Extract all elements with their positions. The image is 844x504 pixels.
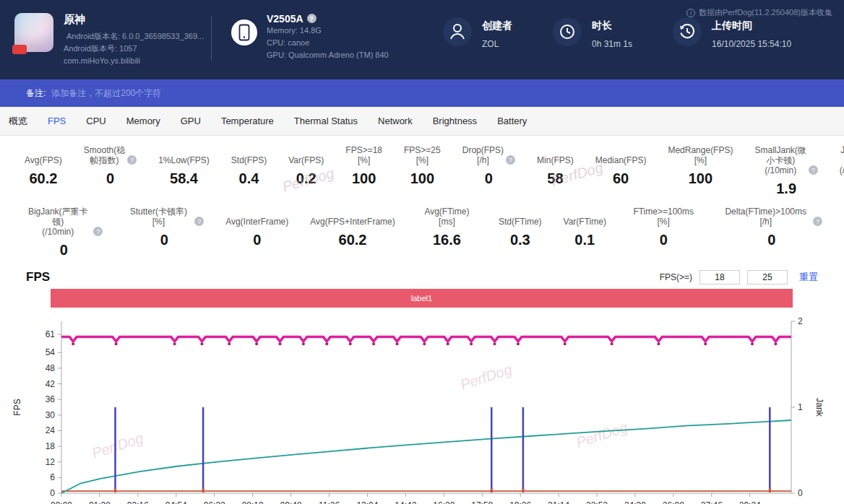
tab-cpu[interactable]: CPU	[86, 116, 106, 126]
metric-label: Drop(FPS) [/h]	[462, 145, 504, 165]
metric-value: 0.4	[231, 170, 267, 187]
remark-label: 备注:	[26, 87, 46, 100]
tab-memory[interactable]: Memory	[126, 116, 160, 126]
creator-group: 创建者 ZOL	[443, 13, 512, 49]
svg-text:06:32: 06:32	[204, 500, 225, 504]
svg-text:00:00: 00:00	[51, 500, 72, 504]
metric: Delta(FTime)>100ms [/h]0	[721, 207, 823, 258]
phone-icon	[231, 19, 258, 61]
app-icon	[14, 13, 53, 52]
app-package: com.miHoYo.ys.bilibili	[64, 55, 201, 67]
info-icon[interactable]	[194, 217, 204, 226]
metric: BigJank(严重卡顿) (/10min)0	[25, 207, 103, 258]
metric-value: 60.2	[25, 170, 62, 187]
svg-text:22:52: 22:52	[586, 500, 608, 504]
app-info: 原神 Android版本名: 6.0.0_36598533_369... And…	[64, 13, 201, 67]
metric-label: Smooth(稳帧指数)	[84, 145, 125, 165]
creator-label: 创建者	[482, 19, 512, 32]
metric: Std(FPS)0.4	[231, 145, 267, 197]
metric-label: FPS>=18 [%]	[345, 145, 382, 165]
metric-label: SmallJank(微小卡顿) (/10min)	[754, 145, 806, 175]
metric-value: 100	[668, 170, 733, 187]
app-version-code: Android版本号: 1057	[64, 43, 201, 55]
fps-threshold-input-2[interactable]	[747, 270, 788, 284]
upload-label: 上传时间	[712, 19, 791, 32]
info-icon[interactable]	[809, 165, 818, 175]
reset-link[interactable]: 重置	[799, 271, 818, 284]
metric-label: FTime>=100ms [%]	[628, 207, 699, 227]
svg-text:2: 2	[798, 316, 803, 326]
metric: Drop(FPS) [/h]0	[462, 145, 515, 197]
tab-brightness[interactable]: Brightness	[433, 116, 477, 126]
svg-text:0: 0	[50, 488, 55, 498]
tab-gpu[interactable]: GPU	[181, 116, 201, 126]
app-name: 原神	[64, 13, 201, 27]
svg-text:01:38: 01:38	[89, 500, 111, 504]
chart-area: PerfDogPerfDogPerfDog0612182430364248546…	[0, 310, 844, 504]
tab-temperature[interactable]: Temperature	[221, 116, 274, 126]
metric: MedRange(FPS)[%]100	[668, 145, 733, 197]
device-info-icon[interactable]	[307, 14, 316, 23]
info-icon[interactable]	[506, 155, 515, 165]
tab-fps[interactable]: FPS	[48, 116, 66, 126]
svg-text:48: 48	[46, 363, 56, 373]
metric-label: Std(FTime)	[499, 217, 542, 227]
fps-section-title: FPS	[26, 270, 50, 284]
tab-thermal-status[interactable]: Thermal Status	[294, 116, 358, 126]
metric-label: FPS>=25 [%]	[404, 145, 441, 165]
user-icon	[443, 17, 472, 46]
svg-text:61: 61	[46, 329, 56, 339]
metric-value: 0	[628, 232, 699, 248]
info-icon[interactable]	[813, 217, 822, 226]
metric-label: BigJank(严重卡顿) (/10min)	[25, 207, 91, 237]
metric-value: 1.9	[754, 181, 817, 197]
device-memory: Memory: 14.8G	[267, 25, 389, 37]
svg-text:24:30: 24:30	[624, 500, 646, 504]
app-version-name: Android版本名: 6.0.0_36598533_369...	[64, 30, 201, 43]
svg-text:08:10: 08:10	[242, 500, 264, 504]
metric: Var(FTime)0.1	[564, 207, 606, 258]
chart-label-banner[interactable]: label1	[51, 289, 793, 308]
clock-icon	[553, 17, 582, 46]
history-clock-icon	[673, 17, 702, 46]
metric-value: 0.2	[288, 170, 324, 187]
metric-value: 100	[345, 170, 382, 187]
metric-value: 0	[225, 232, 288, 248]
metric-value: 0	[721, 232, 823, 248]
info-icon[interactable]	[127, 155, 137, 165]
metric-label: Jank(卡顿) (/10min)	[840, 145, 844, 175]
tab-battery[interactable]: Battery	[497, 116, 527, 126]
svg-text:PerfDog: PerfDog	[458, 361, 514, 393]
tab-概览[interactable]: 概览	[9, 115, 27, 128]
metric: 1%Low(FPS)58.4	[158, 145, 210, 197]
device-info: V2505A Memory: 14.8G CPU: canoe GPU: Qua…	[231, 13, 402, 61]
metric-value: 0	[462, 170, 515, 187]
svg-text:6: 6	[50, 472, 55, 482]
svg-text:26:08: 26:08	[663, 500, 684, 504]
metric-label: Min(FPS)	[537, 155, 574, 165]
metric-label: Var(FPS)	[288, 155, 324, 165]
svg-text:PerfDog: PerfDog	[574, 419, 629, 451]
remark-input[interactable]	[51, 88, 355, 98]
header-divider	[211, 16, 212, 61]
metrics-row-2: BigJank(严重卡顿) (/10min)0Stutter(卡顿率) [%]0…	[0, 207, 844, 258]
metric-label: MedRange(FPS)[%]	[668, 145, 733, 165]
svg-text:21:14: 21:14	[548, 500, 569, 504]
duration-value: 0h 31m 1s	[592, 39, 632, 49]
svg-text:1: 1	[798, 402, 803, 412]
info-icon[interactable]	[93, 227, 103, 236]
svg-text:14:42: 14:42	[395, 500, 416, 504]
metric-value: 0.3	[499, 232, 542, 248]
svg-text:0: 0	[798, 488, 803, 498]
fps-jank-chart[interactable]: PerfDogPerfDogPerfDog0612182430364248546…	[0, 310, 844, 504]
header: 原神 Android版本名: 6.0.0_36598533_369... And…	[0, 0, 844, 79]
metric: Stutter(卡顿率) [%]0	[124, 207, 204, 258]
metric-label: Var(FTime)	[564, 217, 606, 227]
metric: Min(FPS)58	[537, 145, 574, 197]
svg-text:Jank: Jank	[814, 398, 824, 417]
fps-threshold-input-1[interactable]	[699, 270, 740, 284]
svg-text:36: 36	[46, 394, 56, 404]
metric-value: 0.1	[564, 232, 606, 248]
creator-value: ZOL	[482, 39, 512, 49]
tab-network[interactable]: Network	[378, 116, 413, 126]
